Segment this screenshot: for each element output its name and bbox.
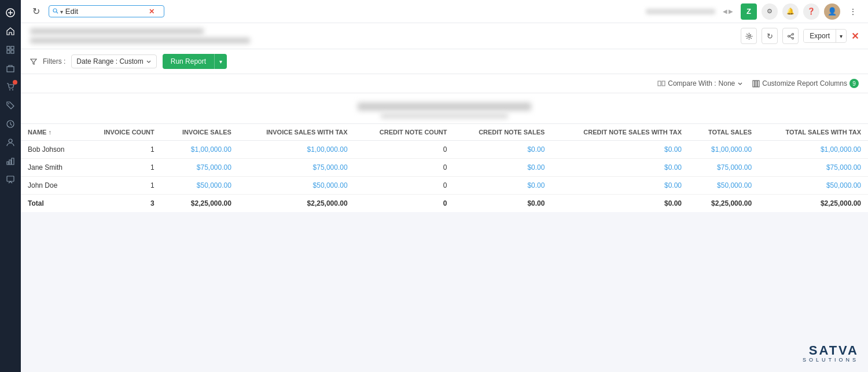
topbar-info-blurred [646, 9, 715, 14]
cell-total-sales[interactable]: $75,000.00 [689, 159, 759, 177]
content-area: ↻ Export ▾ ✕ Filters : Date Range : Cust… [21, 23, 868, 372]
customize-badge: 9 [849, 79, 859, 88]
cell-credit-note-count: 0 [355, 159, 454, 177]
refresh-icon-btn[interactable]: ↻ [762, 28, 778, 44]
cell-total-sales[interactable]: $50,000.00 [689, 177, 759, 195]
date-range-filter[interactable]: Date Range : Custom [71, 54, 156, 68]
sidebar-icon-logo[interactable] [2, 5, 19, 21]
cell-credit-note-sales[interactable]: $0.00 [454, 177, 552, 195]
report-main-title-blur [358, 103, 531, 111]
sidebar-icon-clock[interactable] [2, 116, 19, 132]
main-content: ↻ ▾ ✕ ◀ ▶ Z ⚙ 🔔 ❓ 👤 ⋮ [21, 0, 868, 372]
search-bar: ▾ ✕ [49, 5, 164, 17]
cell-invoice-count: 1 [83, 159, 161, 177]
run-report-group: Run Report ▾ [163, 54, 227, 69]
sales-table: NAME ↑ INVOICE COUNT INVOICE SALES INVOI… [21, 123, 868, 212]
table-row: Jane Smith 1 $75,000.00 $75,000.00 0 $0.… [21, 159, 868, 177]
export-label[interactable]: Export [804, 30, 836, 42]
compare-with-control[interactable]: Compare With : None [657, 79, 743, 87]
svg-rect-1 [7, 46, 10, 49]
sidebar-icon-cart[interactable] [2, 79, 19, 95]
svg-rect-2 [11, 46, 14, 49]
report-title-blurred [30, 28, 204, 34]
cell-invoice-sales-tax[interactable]: $50,000.00 [238, 177, 355, 195]
svg-point-8 [8, 103, 9, 104]
table-total-row: Total 3 $2,25,000.00 $2,25,000.00 0 $0.0… [21, 195, 868, 213]
svg-point-10 [9, 139, 12, 143]
cell-invoice-sales-tax[interactable]: $75,000.00 [238, 159, 355, 177]
brand-logo: SATVA SOLUTIONS [803, 344, 859, 363]
col-name: NAME ↑ [21, 124, 83, 141]
cell-invoice-sales-tax[interactable]: $1,00,000.00 [238, 141, 355, 159]
cell-invoice-sales[interactable]: $1,00,000.00 [161, 141, 238, 159]
svg-point-6 [9, 89, 10, 90]
report-header-right: ↻ Export ▾ ✕ [741, 28, 859, 44]
filter-icon [30, 58, 37, 65]
sidebar-icon-support[interactable] [2, 172, 19, 188]
total-invoice-sales-tax: $2,25,000.00 [238, 195, 355, 213]
customize-columns-btn[interactable]: Customize Report Columns 9 [752, 79, 859, 88]
topbar-refresh-btn[interactable]: ↻ [28, 3, 44, 20]
sidebar-icon-home[interactable] [2, 23, 19, 39]
total-invoice-count: 3 [83, 195, 161, 213]
topbar-more-btn[interactable]: ⋮ [845, 3, 861, 20]
settings-icon-btn[interactable] [741, 28, 757, 44]
cell-total-sales-tax[interactable]: $50,000.00 [759, 177, 868, 195]
cell-credit-note-count: 0 [355, 141, 454, 159]
topbar-icon-3[interactable]: ❓ [803, 3, 819, 20]
cell-total-sales-tax[interactable]: $1,00,000.00 [759, 141, 868, 159]
topbar-icon-2[interactable]: 🔔 [782, 3, 799, 20]
cell-total-sales[interactable]: $1,00,000.00 [689, 141, 759, 159]
svg-rect-11 [7, 176, 14, 181]
cell-name: Jane Smith [21, 159, 83, 177]
col-total-sales: TOTAL SALES [689, 124, 759, 141]
search-dropdown-icon[interactable]: ▾ [53, 8, 63, 15]
topbar-icon-1[interactable]: ⚙ [762, 3, 778, 20]
total-label: Total [21, 195, 83, 213]
cell-credit-note-sales[interactable]: $0.00 [454, 159, 552, 177]
sidebar-icon-grid[interactable] [2, 42, 19, 58]
total-total-sales: $2,25,000.00 [689, 195, 759, 213]
compare-bar: Compare With : None Customize Report Col… [21, 74, 868, 93]
svg-point-12 [53, 9, 57, 12]
run-report-btn[interactable]: Run Report [163, 54, 214, 69]
sidebar-icon-tag[interactable] [2, 97, 19, 114]
export-arrow-icon[interactable]: ▾ [836, 31, 846, 42]
cell-name: Bob Johson [21, 141, 83, 159]
report-header: ↻ Export ▾ ✕ [21, 23, 868, 49]
share-icon-btn[interactable] [782, 28, 799, 44]
total-credit-note-sales: $0.00 [454, 195, 552, 213]
report-main-subtitle-blur [381, 113, 508, 119]
cell-invoice-count: 1 [83, 141, 161, 159]
sidebar-icon-inventory[interactable] [2, 60, 19, 76]
cell-invoice-sales[interactable]: $75,000.00 [161, 159, 238, 177]
cell-credit-note-sales-tax[interactable]: $0.00 [551, 159, 689, 177]
date-range-arrow [146, 59, 152, 64]
topbar: ↻ ▾ ✕ ◀ ▶ Z ⚙ 🔔 ❓ 👤 ⋮ [21, 0, 868, 23]
table-row: John Doe 1 $50,000.00 $50,000.00 0 $0.00… [21, 177, 868, 195]
col-credit-note-sales: CREDIT NOTE SALES [454, 124, 552, 141]
cell-credit-note-sales-tax[interactable]: $0.00 [551, 141, 689, 159]
cell-credit-note-sales-tax[interactable]: $0.00 [551, 177, 689, 195]
topbar-user-btn[interactable]: Z [741, 3, 757, 20]
cell-name: John Doe [21, 177, 83, 195]
brand-sub: SOLUTIONS [803, 357, 859, 363]
sidebar-icon-chart[interactable] [2, 153, 19, 169]
svg-rect-20 [662, 81, 665, 86]
close-report-btn[interactable]: ✕ [851, 31, 859, 42]
brand-name: SATVA [809, 344, 859, 357]
export-button[interactable]: Export ▾ [803, 29, 847, 43]
cell-invoice-sales[interactable]: $50,000.00 [161, 177, 238, 195]
total-credit-note-sales-tax: $0.00 [551, 195, 689, 213]
col-credit-note-count: CREDIT NOTE COUNT [355, 124, 454, 141]
topbar-avatar[interactable]: 👤 [824, 3, 840, 20]
run-report-arrow-btn[interactable]: ▾ [214, 54, 227, 69]
search-clear-icon[interactable]: ✕ [149, 8, 155, 16]
sidebar-icon-person[interactable] [2, 134, 19, 151]
customize-label: Customize Report Columns [762, 79, 847, 87]
cell-credit-note-sales[interactable]: $0.00 [454, 141, 552, 159]
cell-total-sales-tax[interactable]: $75,000.00 [759, 159, 868, 177]
topbar-nav-btn-1[interactable]: ◀ ▶ [720, 3, 736, 20]
report-subtitle-blurred [30, 38, 250, 43]
search-input[interactable] [65, 7, 146, 16]
